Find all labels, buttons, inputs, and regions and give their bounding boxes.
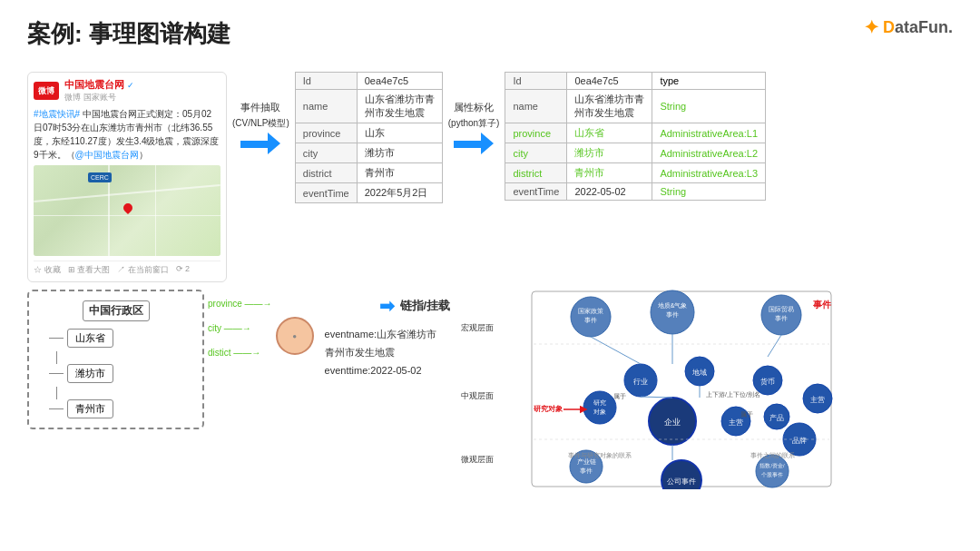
node-index-events [756, 455, 789, 487]
event-event-link-label: 事件之间的联系 [750, 452, 795, 458]
line1 [591, 337, 641, 364]
cell-province-val: 山东 [357, 123, 442, 143]
cell-id-val: 0ea4e7c5 [357, 73, 442, 90]
t2-district-key: district [505, 163, 567, 183]
toolbar-item-4[interactable]: ⟳ 2 [176, 264, 191, 276]
event-arrows-wrap: province ——→ city ——→ distict ——→ [204, 299, 276, 358]
cell-district-key: district [295, 163, 357, 183]
cell-eventtime-key: eventTime [295, 183, 357, 203]
node-index-text2: 个股事件 [761, 472, 783, 477]
table2-wrap: Id 0ea4e7c5 type name 山东省潍坊市青州市发生地震 Stri… [505, 72, 766, 201]
macro-layer-label: 宏观层面 [461, 323, 494, 332]
cell-province-key: province [295, 123, 357, 143]
admin-connector-line1 [56, 351, 57, 364]
chain-arrow-icon: ➡ [379, 295, 395, 317]
weibo-mention: @中国地震台网 [75, 150, 139, 160]
toolbar-item-3[interactable]: ↗ 在当前窗口 [117, 264, 169, 276]
chain-label-text: 链指/挂载 [400, 298, 451, 314]
mid-layer-label: 中观层面 [461, 391, 494, 400]
toolbar-item-2[interactable]: ⊞ 查看大图 [68, 264, 111, 276]
node-dizhi-text2: 事件 [666, 311, 679, 318]
step2-arrow-icon [454, 134, 494, 154]
weibo-map: CERC [34, 165, 220, 256]
node-zhuying2-text: 主营 [729, 418, 743, 427]
page: ✦ DataFun. 案例: 事理图谱构建 微博 中国地震台网 ✓ 微博 国家账… [0, 0, 980, 551]
node-research [583, 391, 616, 424]
weibo-source: 微博 国家账号 [64, 92, 134, 103]
table-row: eventTime 2022年5月2日 [295, 183, 442, 203]
logo-sun-icon: ✦ [864, 16, 879, 38]
step1-label: 事件抽取 [240, 101, 280, 114]
t2-eventtime-type: String [652, 183, 766, 201]
node-guojia-policy-text1: 国家政策 [578, 308, 603, 315]
weibo-toolbar: ☆ 收藏 ⊞ 查看大图 ↗ 在当前窗口 ⟳ 2 [34, 261, 220, 276]
map-road-h1 [34, 184, 220, 202]
node-zhuying1-text: 主营 [810, 396, 825, 404]
admin-node-qingzhou: 青州市 [67, 399, 113, 418]
node-product-text: 产品 [769, 414, 784, 422]
node-huobi-text: 货币 [760, 378, 775, 386]
edge-beiyus: 属于 [613, 393, 626, 399]
distict-arrow-label: distict ——→ [208, 348, 272, 358]
node-industry-chain-text1: 产业链 [577, 458, 596, 465]
city-arrow-label: city ——→ [208, 323, 272, 333]
event-circle-wrap: ● [276, 317, 314, 355]
table-row: name 山东省潍坊市青州市发生地震 String [505, 90, 766, 123]
step2-arrow-group: 属性标化 (python算子) [448, 101, 500, 154]
weibo-content: #地震快讯# 中国地震台网正式测定：05月02日07时53分在山东潍坊市青州市（… [34, 107, 220, 162]
research-label: 研究对象 [534, 404, 564, 413]
province-arrow-label: province ——→ [208, 299, 272, 309]
line3 [768, 335, 781, 357]
t2-district-val: 青州市 [567, 163, 652, 183]
admin-node-shandong-row: 山东省 [49, 329, 113, 348]
t2-city-val: 潍坊市 [567, 143, 652, 163]
admin-node-qingzhou-row: 青州市 [49, 399, 113, 418]
table1-body: Id 0ea4e7c5 name 山东省潍坊市青州市发生地震 province … [295, 73, 442, 203]
cell-district-val: 青州市 [357, 163, 442, 183]
map-pin-icon [123, 203, 132, 216]
event-info-wrap: ➡ 链指/挂载 eventname:山东省潍坊市 青州市发生地震 eventti… [325, 295, 451, 379]
node-maoyi-text1: 国际贸易 [769, 306, 794, 313]
event-research-link-label: 事件与研究对象的联系 [568, 452, 632, 458]
table-row: Id 0ea4e7c5 [295, 73, 442, 90]
table-row: eventTime 2022-05-02 String [505, 183, 766, 201]
table-row: city 潍坊市 AdministrativeArea:L2 [505, 143, 766, 163]
table-row: district 青州市 [295, 163, 442, 183]
t2-eventtime-val: 2022-05-02 [567, 183, 652, 201]
t2-id-type: type [652, 73, 766, 90]
t2-province-val: 山东省 [567, 123, 652, 143]
event-name-line2: 青州市发生地震 [325, 344, 451, 362]
edge-shangxia: 上下游/上下位/别名 [706, 391, 760, 398]
admin-area-title: 中国行政区 [83, 300, 150, 321]
event-time-line: eventtime:2022-05-02 [325, 362, 451, 380]
node-research-text1: 研究 [593, 399, 606, 406]
cell-id-key: Id [295, 73, 357, 90]
step2-label: 属性标化 [454, 101, 494, 114]
weibo-hashtag: #地震快讯# [34, 109, 80, 119]
page-title: 案例: 事理图谱构建 [27, 18, 953, 50]
edge-beiyus2: 属于 [740, 411, 753, 418]
weibo-logo-icon: 微博 [34, 82, 59, 100]
node-industry-chain-text2: 事件 [580, 467, 593, 474]
toolbar-item-1[interactable]: ☆ 收藏 [34, 264, 61, 276]
admin-connector-line2 [56, 387, 57, 399]
table2: Id 0ea4e7c5 type name 山东省潍坊市青州市发生地震 Stri… [505, 72, 766, 201]
network-graph-area: 宏观层面 中观层面 微观层面 事件 国家政策 事件 地质&气象 事件 国际贸易 … [459, 290, 840, 489]
admin-area-nodes: 山东省 潍坊市 青州市 [42, 329, 190, 418]
t2-province-type: AdministrativeArea:L1 [652, 123, 766, 143]
weibo-header: 微博 中国地震台网 ✓ 微博 国家账号 [34, 78, 220, 103]
weibo-card: 微博 中国地震台网 ✓ 微博 国家账号 #地震快讯# 中国地震台网正式测定：05… [27, 72, 227, 282]
table-row: district 青州市 AdministrativeArea:L3 [505, 163, 766, 183]
cell-city-val: 潍坊市 [357, 143, 442, 163]
table-row: province 山东省 AdministrativeArea:L1 [505, 123, 766, 143]
node-hangye-text: 行业 [633, 378, 648, 386]
network-svg: 宏观层面 中观层面 微观层面 事件 国家政策 事件 地质&气象 事件 国际贸易 … [459, 290, 840, 489]
node-index-text1: 指数/资金/ [760, 463, 786, 468]
t2-id-key: Id [505, 73, 567, 90]
node-research-text2: 对象 [593, 408, 606, 415]
cell-city-key: city [295, 143, 357, 163]
cerc-label: CERC [88, 172, 112, 182]
map-road-v2 [155, 165, 156, 256]
table-row: province 山东 [295, 123, 442, 143]
event-label: 事件 [813, 300, 832, 310]
